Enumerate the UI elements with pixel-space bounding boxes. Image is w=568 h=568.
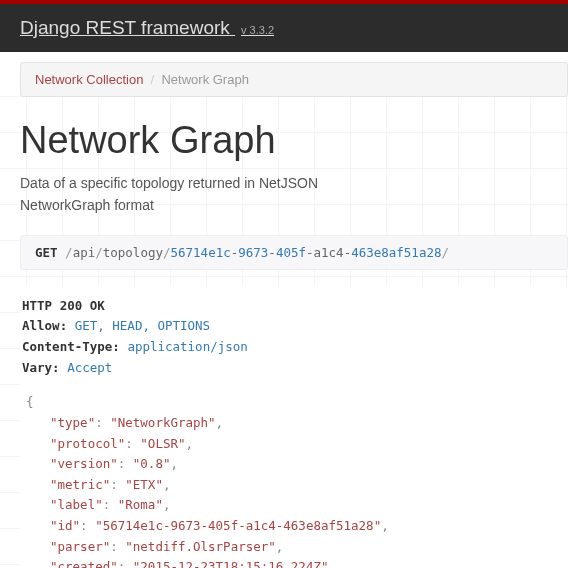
response-block: HTTP 200 OK Allow: GET, HEAD, OPTIONS Co… — [20, 286, 568, 568]
allow-label: Allow: — [22, 318, 67, 333]
brand-text: Django REST framework — [20, 17, 230, 38]
http-method: GET — [35, 245, 58, 260]
ctype-label: Content-Type: — [22, 339, 120, 354]
vary-label: Vary: — [22, 360, 60, 375]
uuid-seg: 56714e1c — [171, 245, 231, 260]
page-description: Data of a specific topology returned in … — [20, 172, 320, 217]
ctype-value: application/json — [127, 339, 247, 354]
breadcrumb-current: Network Graph — [161, 72, 248, 87]
json-body: { "type": "NetworkGraph", "protocol": "O… — [22, 392, 566, 568]
status-line: HTTP 200 OK — [22, 298, 105, 313]
breadcrumb-sep: / — [151, 72, 155, 87]
brand-version: v 3.3.2 — [241, 24, 274, 36]
page-title: Network Graph — [20, 119, 568, 162]
allow-value: GET, HEAD, OPTIONS — [75, 318, 210, 333]
breadcrumb-parent[interactable]: Network Collection — [35, 72, 143, 87]
vary-value: Accept — [67, 360, 112, 375]
brand-link[interactable]: Django REST framework v 3.3.2 — [20, 17, 274, 39]
main-content: Network Collection / Network Graph Netwo… — [0, 62, 568, 568]
breadcrumb: Network Collection / Network Graph — [20, 62, 568, 97]
top-nav: Django REST framework v 3.3.2 — [0, 4, 568, 52]
request-line: GET /api/topology/56714e1c-9673-405f-a1c… — [20, 235, 568, 270]
